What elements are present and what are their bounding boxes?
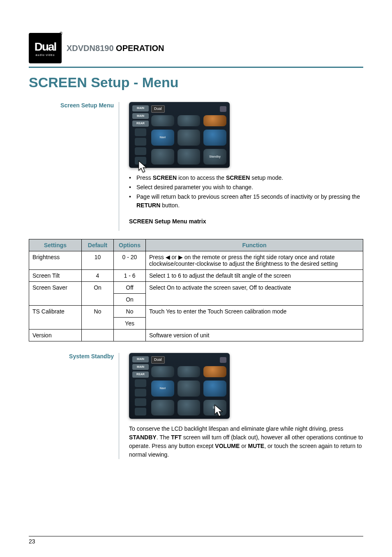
ss-btn-sd — [151, 149, 174, 165]
section-content-screen-setup: MAIN MAIN REAR Dual — [119, 102, 363, 231]
ss-main-area: Dual Navi Standby — [151, 105, 226, 165]
ss-side-icon-screen — [135, 157, 146, 165]
cell-function: Touch Yes to enter the Touch Screen cali… — [146, 306, 363, 330]
ss-tab-main: MAIN — [132, 113, 149, 119]
ss-side-icon-audio — [135, 128, 146, 136]
cell-default: 4 — [82, 270, 114, 282]
ss-title-bar: Dual — [151, 105, 226, 113]
ss-side-icon-settings — [135, 138, 146, 146]
page-title: SCREEN Setup - Menu — [29, 74, 363, 91]
ss-tab-rear: REAR — [132, 371, 149, 378]
ss-btn-bluetooth — [203, 130, 226, 145]
ss-btn-xm — [178, 366, 201, 378]
logo-text: Dual — [35, 40, 56, 53]
header-divider — [29, 67, 363, 68]
cell-default: On — [82, 282, 114, 306]
table-row: Screen Saver On Off Select On to activat… — [29, 282, 363, 294]
ss-btn-sd — [151, 400, 174, 415]
ss-btn-aux — [178, 400, 201, 415]
cell-default: No — [82, 306, 114, 330]
bluetooth-status-icon — [220, 357, 226, 363]
bold-text: VOLUME — [215, 443, 240, 449]
page-header: ® Dual audio·video XDVDN8190 OPERATION — [29, 33, 363, 63]
text: Press — [136, 174, 153, 181]
product-operation: OPERATION — [116, 44, 164, 53]
section-label-standby: System Standby — [29, 353, 119, 459]
ss-tab-main-top: MAIN — [132, 356, 149, 362]
text: button. — [160, 202, 180, 209]
section-content-standby: MAIN MAIN REAR Dual Navi — [119, 353, 363, 459]
text: Select desired parameter you wish to cha… — [136, 184, 253, 190]
bold-text: SCREEN — [153, 174, 177, 181]
cell-option: Off — [114, 282, 146, 294]
ss-tab-main-top: MAIN — [132, 105, 149, 111]
text: or — [240, 443, 248, 449]
screenshot-standby: MAIN MAIN REAR Dual Navi — [129, 353, 230, 419]
ss-sidebar: MAIN MAIN REAR — [132, 356, 149, 415]
cell-option: 1 - 6 — [114, 270, 146, 282]
ss-btn-radio — [151, 115, 174, 127]
ss-title-bar: Dual — [151, 356, 226, 364]
cell-setting: Brightness — [29, 251, 82, 270]
cell-function: Select On to activate the screen saver, … — [146, 282, 363, 306]
cell-setting: Version — [29, 330, 82, 341]
ss-btn-ipod — [203, 115, 226, 127]
cursor-icon — [213, 404, 225, 417]
col-header-options: Options — [114, 239, 146, 251]
instruction-item: Press SCREEN icon to access the SCREEN s… — [129, 174, 363, 182]
cell-setting: Screen Tilt — [29, 270, 82, 282]
brand-logo: ® Dual audio·video — [29, 33, 62, 63]
ss-btn-bluetooth — [203, 381, 226, 396]
ss-side-icon-settings — [135, 389, 146, 397]
bold-text: RETURN — [136, 202, 160, 209]
cell-option: No — [114, 306, 146, 318]
section-system-standby: System Standby MAIN MAIN REAR Dual — [29, 353, 363, 459]
text: . The — [157, 434, 171, 441]
bold-text: STANDBY — [129, 434, 157, 441]
text: To conserve the LCD backlight lifespan a… — [129, 425, 343, 432]
ss-btn-disc — [178, 130, 201, 145]
caption-rest: Setup Menu matrix — [153, 218, 206, 225]
cell-option: 0 - 20 — [114, 251, 146, 270]
ss-main-area: Dual Navi Sta — [151, 356, 226, 415]
ss-btn-radio — [151, 366, 174, 378]
ss-tab-rear: REAR — [132, 121, 149, 127]
screen-setup-matrix-table: Settings Default Options Function Bright… — [29, 239, 363, 341]
ss-side-icon-audio — [135, 379, 146, 387]
ss-btn-navi: Navi — [151, 130, 174, 145]
product-model: XDVDN8190 — [67, 44, 114, 53]
ss-side-icon-screen — [135, 408, 146, 415]
cell-function: Press ◀ or ▶ on the remote or press the … — [146, 251, 363, 270]
ss-side-icon-clock — [135, 147, 146, 155]
text: setup mode. — [250, 174, 283, 181]
ss-btn-standby: Standby — [203, 149, 226, 165]
bold-text: MUTE — [248, 443, 264, 449]
cell-option: Yes — [114, 318, 146, 330]
ss-icon-grid: Navi Standby — [151, 115, 226, 165]
instruction-item: Page will return back to previous screen… — [129, 193, 363, 210]
registered-mark: ® — [60, 31, 62, 36]
table-row: Screen Tilt 4 1 - 6 Select 1 to 6 to adj… — [29, 270, 363, 282]
cell-option — [114, 330, 146, 341]
ss-btn-xm — [178, 115, 201, 127]
cell-function: Select 1 to 6 to adjust the default tilt… — [146, 270, 363, 282]
cursor-icon — [137, 160, 149, 173]
ss-btn-aux — [178, 149, 201, 165]
ss-brand-badge: Dual — [151, 105, 165, 113]
bold-text: TFT — [171, 434, 182, 441]
page-number: 23 — [29, 536, 363, 545]
section-screen-setup: Screen Setup Menu MAIN MAIN REAR Dual — [29, 102, 363, 231]
ss-side-icon-clock — [135, 398, 146, 406]
text: icon to access the — [177, 174, 226, 181]
cell-default: 10 — [82, 251, 114, 270]
ss-sidebar: MAIN MAIN REAR — [132, 105, 149, 165]
table-row: Brightness 10 0 - 20 Press ◀ or ▶ on the… — [29, 251, 363, 270]
ss-btn-ipod — [203, 366, 226, 378]
ss-btn-standby: Sta — [203, 400, 226, 415]
ss-icon-grid: Navi Sta — [151, 366, 226, 416]
instruction-list: Press SCREEN icon to access the SCREEN s… — [129, 174, 363, 210]
standby-description: To conserve the LCD backlight lifespan a… — [129, 425, 363, 459]
matrix-caption: SCREEN Setup Menu matrix — [129, 217, 363, 226]
cell-function: Software version of unit — [146, 330, 363, 341]
instruction-item: Select desired parameter you wish to cha… — [129, 183, 363, 192]
